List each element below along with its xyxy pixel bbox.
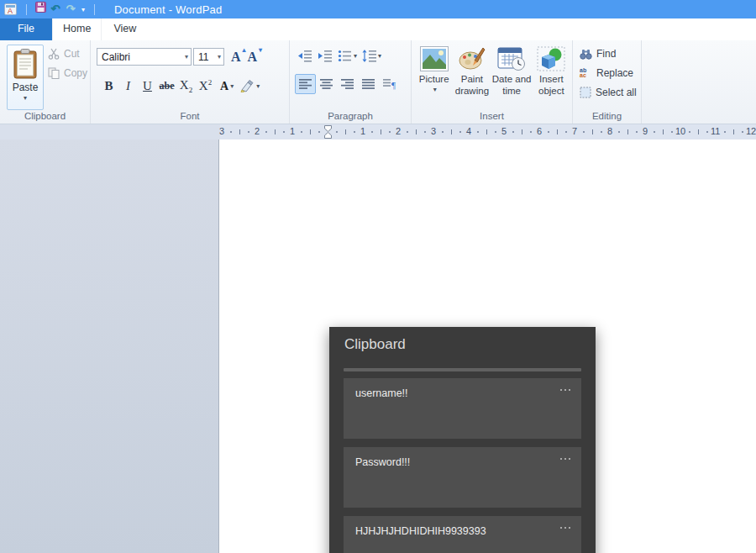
undo-button[interactable]: ↶ (48, 1, 63, 18)
grow-font-button[interactable]: A▴ (231, 50, 241, 65)
font-family-select[interactable]: Calibri ▾ (97, 48, 192, 66)
find-button[interactable]: Find (580, 47, 641, 61)
copy-button[interactable]: Copy (48, 67, 87, 79)
bold-button[interactable]: B (99, 79, 118, 93)
paste-label: Paste (13, 82, 39, 93)
highlight-color-icon[interactable] (239, 79, 255, 92)
strikethrough-button[interactable]: abe (157, 80, 176, 92)
find-label: Find (596, 48, 616, 60)
ribbon-tab-bar: File Home View (0, 18, 756, 40)
divider (26, 4, 27, 15)
chevron-down-icon: ▾ (218, 53, 221, 61)
wordpad-app-icon[interactable]: A (4, 3, 17, 15)
binoculars-icon (580, 49, 592, 60)
line-spacing-icon (362, 50, 376, 62)
picture-dropdown-caret[interactable]: ▾ (433, 86, 437, 94)
copy-label: Copy (64, 67, 87, 79)
bullet-list-button[interactable]: ▾ (338, 50, 357, 62)
indent-marker[interactable] (324, 125, 332, 139)
clipboard-item-list: username!! Password!!! HJHJHJHDHIDHIH993… (344, 378, 581, 553)
save-icon (35, 2, 46, 13)
redo-button[interactable]: ↷ (63, 1, 78, 18)
insert-group-label: Insert (412, 111, 572, 121)
align-center-button[interactable] (316, 74, 337, 94)
editing-group-label: Editing (573, 111, 641, 121)
tab-file[interactable]: File (0, 18, 52, 40)
paste-button[interactable]: Paste ▾ (7, 45, 44, 110)
text-color-dropdown[interactable]: ▾ (230, 82, 234, 90)
editing-group: Find ab ac Replace Select all Editing (573, 40, 642, 124)
window-title: Document - WordPad (114, 3, 222, 16)
quick-access-customize-button[interactable]: ▾ (78, 6, 88, 13)
tab-view[interactable]: View (102, 18, 148, 40)
svg-text:¶: ¶ (391, 80, 396, 90)
picture-icon (420, 46, 449, 71)
increase-indent-button[interactable] (318, 50, 333, 62)
document-area: Clipboard username!! Password!!! HJHJHJH… (0, 140, 756, 553)
ruler: 321123456789101112 (0, 124, 756, 140)
copy-icon (48, 67, 60, 79)
font-size-select[interactable]: 11 ▾ (193, 48, 224, 66)
replace-icon: ab ac (580, 68, 592, 78)
clipboard-group: Paste ▾ Cut Copy (0, 40, 91, 124)
line-spacing-button[interactable]: ▾ (362, 50, 381, 62)
canvas-background (0, 140, 219, 553)
align-right-button[interactable] (337, 74, 358, 94)
title-bar: A ↶ ↷ ▾ Document - WordPad (0, 0, 756, 18)
clipboard-item-text: Password!!! (355, 456, 410, 468)
paint-drawing-label: Paint drawing (453, 74, 491, 97)
more-options-icon[interactable] (560, 389, 570, 391)
wordpad-window: A ↶ ↷ ▾ Document - WordPad File Home Vie… (0, 0, 756, 553)
replace-label: Replace (596, 67, 633, 79)
select-all-label: Select all (596, 87, 637, 98)
shrink-font-button[interactable]: A▾ (248, 50, 258, 65)
superscript-button[interactable]: X2 (196, 78, 215, 93)
clipboard-group-label: Clipboard (0, 111, 90, 121)
select-all-button[interactable]: Select all (580, 86, 641, 99)
font-group: Calibri ▾ 11 ▾ A▴ A▾ B I U abe X2 X2 (91, 40, 290, 124)
clipboard-item[interactable]: Password!!! (344, 447, 581, 508)
clipboard-item[interactable]: username!! (344, 378, 581, 439)
justify-button[interactable] (358, 74, 379, 94)
cut-label: Cut (64, 48, 80, 60)
scissors-icon (48, 48, 60, 60)
paragraph-group-label: Paragraph (290, 111, 411, 121)
picture-label: Picture (419, 74, 449, 86)
font-size-value: 11 (198, 51, 208, 63)
clipboard-history-panel: Clipboard username!! Password!!! HJHJHJH… (329, 327, 596, 553)
cut-button[interactable]: Cut (48, 48, 87, 60)
cut-copy-stack: Cut Copy (48, 48, 87, 87)
insert-object-label: Insert object (533, 74, 570, 97)
insert-object-icon (537, 46, 565, 71)
clipboard-panel-title: Clipboard (344, 336, 406, 353)
chevron-down-icon: ▾ (185, 53, 188, 61)
paragraph-dialog-button[interactable]: ¶ (379, 74, 400, 94)
date-time-label: Date and time (491, 74, 533, 97)
more-options-icon[interactable] (560, 458, 570, 460)
select-all-icon (580, 87, 591, 98)
highlight-dropdown[interactable]: ▾ (256, 82, 260, 90)
text-color-letter: A (220, 80, 228, 92)
paint-palette-icon (458, 46, 486, 71)
svg-text:A: A (8, 7, 13, 15)
subscript-button[interactable]: X2 (176, 78, 196, 94)
paste-clipboard-icon (13, 49, 37, 79)
clipboard-panel-divider (344, 368, 581, 371)
paragraph-group: ▾ ▾ (290, 40, 412, 124)
more-options-icon[interactable] (560, 527, 570, 529)
clipboard-item[interactable]: HJHJHJHDHIDHIH9939393 (344, 516, 581, 553)
paste-dropdown-caret[interactable]: ▾ (24, 94, 27, 102)
ribbon: Paste ▾ Cut Copy (0, 40, 756, 124)
text-color-button[interactable]: A (220, 81, 228, 92)
clipboard-item-text: HJHJHJHDHIDHIH9939393 (355, 525, 486, 537)
underline-button[interactable]: U (138, 79, 157, 93)
decrease-indent-button[interactable] (297, 50, 312, 62)
replace-button[interactable]: ab ac Replace (580, 66, 641, 80)
tab-home[interactable]: Home (52, 18, 102, 40)
date-time-icon (497, 46, 526, 71)
align-left-button[interactable] (295, 74, 316, 94)
italic-button[interactable]: I (118, 79, 138, 93)
clipboard-item-text: username!! (355, 387, 408, 399)
save-button[interactable] (33, 1, 48, 18)
ruler-scale[interactable]: 321123456789101112 (220, 124, 756, 140)
